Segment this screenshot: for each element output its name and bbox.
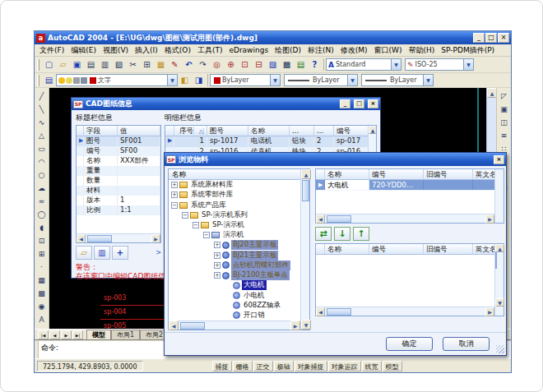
offset-icon[interactable]: ≡ bbox=[498, 129, 511, 142]
tree-item[interactable]: 大电机 bbox=[169, 280, 300, 290]
dialog-close-button[interactable]: × bbox=[494, 155, 504, 164]
table-row[interactable]: 版本 1 bbox=[77, 196, 160, 205]
expander-icon[interactable]: + bbox=[171, 182, 178, 188]
resize-grip[interactable] bbox=[496, 345, 504, 353]
scroll-down-icon[interactable]: ▼ bbox=[301, 320, 311, 330]
tab-nav-button[interactable]: ▶ bbox=[61, 330, 72, 339]
table-row[interactable]: 比例 1:1 bbox=[77, 205, 160, 215]
dialog-title-bar[interactable]: SP CAD图纸信息 _ □ × bbox=[72, 98, 380, 110]
make-layer-current-icon[interactable]: ◧ bbox=[178, 74, 192, 87]
status-toggle[interactable]: 捕捉 bbox=[212, 361, 232, 371]
hatch-icon[interactable]: ▦ bbox=[35, 274, 49, 287]
dim-style-combo[interactable]: ✎ ISO-25 ▼ bbox=[405, 58, 474, 71]
table-row[interactable]: 材料 bbox=[77, 186, 160, 196]
tree-item[interactable]: + 系统原材料库 bbox=[169, 180, 300, 190]
zoom-previous-icon[interactable]: ⊟ bbox=[252, 58, 266, 71]
table-row[interactable]: 编号 SF00 bbox=[77, 146, 160, 156]
chevron-down-icon[interactable]: ▼ bbox=[347, 75, 357, 85]
scroll-right-icon[interactable]: ▶ bbox=[151, 234, 160, 243]
add-row-icon[interactable]: + bbox=[112, 246, 128, 260]
expander-icon[interactable]: + bbox=[214, 272, 220, 279]
spline-icon[interactable]: ≈ bbox=[35, 195, 49, 208]
tree-vscrollbar[interactable]: ▲ ▼ bbox=[300, 169, 309, 330]
designcenter-icon[interactable]: ▩ bbox=[280, 58, 294, 71]
table-row[interactable]: ▶ 图号 SF001 bbox=[77, 136, 160, 146]
cancel-button[interactable]: 取消 bbox=[443, 337, 490, 351]
make-block-icon[interactable]: ⊞ bbox=[35, 247, 49, 261]
scroll-up-icon[interactable]: ▲ bbox=[369, 126, 377, 134]
line-icon[interactable]: ╱ bbox=[35, 90, 49, 103]
tree-item[interactable]: − 演示机 bbox=[169, 230, 300, 240]
tree-item[interactable]: − 系统产品库 bbox=[169, 200, 300, 210]
tree-item[interactable]: − SP-演示机 bbox=[169, 220, 300, 230]
scroll-left-icon[interactable]: ◀ bbox=[316, 307, 325, 316]
tree-item[interactable]: − SP-演示机系列 bbox=[169, 210, 300, 220]
dialog-title-bar[interactable]: SP 浏览物料 × bbox=[165, 153, 506, 166]
columns-icon[interactable]: ▥ bbox=[94, 246, 110, 260]
menu-item[interactable]: 工具(T) bbox=[194, 45, 226, 56]
menu-item[interactable]: eDrawings bbox=[225, 46, 272, 54]
text-style-combo[interactable]: A Standard ▼ bbox=[326, 58, 401, 71]
expander-icon[interactable]: + bbox=[214, 252, 220, 259]
point-icon[interactable]: · bbox=[35, 261, 49, 274]
layer-manager-icon[interactable]: ▤ bbox=[42, 74, 56, 87]
copy-object-icon[interactable]: ▣ bbox=[498, 103, 511, 116]
scroll-thumb[interactable] bbox=[180, 322, 205, 330]
dialog-close-button[interactable]: × bbox=[368, 99, 378, 108]
tab-nav-button[interactable]: |◀ bbox=[38, 330, 49, 339]
toolbar-grip[interactable] bbox=[37, 75, 39, 86]
menu-item[interactable]: 格式(O) bbox=[161, 45, 194, 56]
expander-icon[interactable]: + bbox=[171, 191, 178, 198]
revcloud-icon[interactable]: ☁ bbox=[35, 182, 49, 195]
polygon-icon[interactable]: △ bbox=[35, 129, 49, 142]
column-header[interactable]: 图号 bbox=[207, 126, 248, 136]
rectangle-icon[interactable]: ▭ bbox=[35, 142, 49, 155]
table-row[interactable]: 名称 XXX部件 bbox=[77, 156, 160, 166]
tree-hscrollbar[interactable]: ◀ ▶ bbox=[169, 321, 300, 330]
ellipse-icon[interactable]: ◯ bbox=[35, 208, 49, 221]
open-icon[interactable]: ▱ bbox=[56, 58, 70, 71]
menu-item[interactable]: 绘图(D) bbox=[272, 45, 304, 56]
save-icon[interactable]: ▣ bbox=[70, 58, 84, 71]
layout-tab[interactable]: 布局1 bbox=[111, 330, 140, 339]
zoom-window-icon[interactable]: ⊡ bbox=[238, 58, 252, 71]
column-header[interactable]: 字段 bbox=[84, 126, 118, 136]
horizontal-scrollbar[interactable]: ◀ ▶ bbox=[316, 307, 494, 316]
scroll-right-icon[interactable]: ▶ bbox=[485, 214, 494, 224]
match-properties-icon[interactable]: ✎ bbox=[168, 58, 182, 71]
insert-block-icon[interactable]: ⊡ bbox=[35, 234, 49, 247]
expander-icon[interactable]: + bbox=[214, 262, 220, 269]
layout-tab[interactable]: 模型 bbox=[86, 330, 111, 339]
column-header[interactable]: 值 bbox=[118, 126, 160, 136]
chevron-down-icon[interactable]: ▼ bbox=[167, 75, 177, 85]
polyline-icon[interactable]: ∿ bbox=[35, 116, 49, 129]
publish-icon[interactable]: ▧ bbox=[112, 58, 126, 71]
scroll-thumb[interactable] bbox=[327, 215, 351, 223]
column-header[interactable]: 编号 bbox=[334, 126, 369, 136]
menu-item[interactable]: 插入(I) bbox=[132, 45, 161, 56]
paste-icon[interactable]: ▦ bbox=[154, 58, 168, 71]
scroll-thumb[interactable] bbox=[302, 180, 309, 201]
menu-item[interactable]: SP-PDM插件(P) bbox=[438, 45, 498, 56]
menu-item[interactable]: 帮助(H) bbox=[406, 45, 439, 56]
layer-combo[interactable]: 文字 ▼ bbox=[56, 74, 178, 86]
table-row[interactable]: ▶ 1 sp-1017 电话机 铝块 2 sp-017 bbox=[165, 136, 376, 147]
ellipse-arc-icon[interactable]: ◖ bbox=[35, 221, 49, 234]
arc-icon[interactable]: ◠ bbox=[35, 155, 49, 168]
tree-item[interactable]: + BJ-2100主板单点 bbox=[169, 270, 300, 280]
tree-item[interactable]: + 系统零部件库 bbox=[169, 190, 300, 200]
vertical-scrollbar[interactable] bbox=[494, 169, 504, 223]
scroll-thumb[interactable] bbox=[327, 308, 351, 316]
layer-previous-icon[interactable]: ◨ bbox=[192, 74, 206, 87]
tree-item[interactable]: + BJ21主显示板 bbox=[169, 251, 300, 261]
tree-item[interactable]: 小电机 bbox=[169, 290, 300, 300]
status-toggle[interactable]: 对象追踪 bbox=[328, 361, 361, 371]
menu-item[interactable]: 修改(M) bbox=[337, 45, 371, 56]
tree-item[interactable]: + BJ20主显示板 bbox=[169, 240, 300, 250]
status-toggle[interactable]: 模型 bbox=[383, 361, 402, 371]
erase-icon[interactable]: ◸ bbox=[498, 90, 511, 103]
table-row[interactable]: 重量 bbox=[77, 166, 160, 176]
region-icon[interactable]: ▩ bbox=[35, 287, 49, 300]
construction-line-icon[interactable]: ╲ bbox=[35, 103, 49, 116]
menu-item[interactable]: 窗口(W) bbox=[371, 45, 406, 56]
